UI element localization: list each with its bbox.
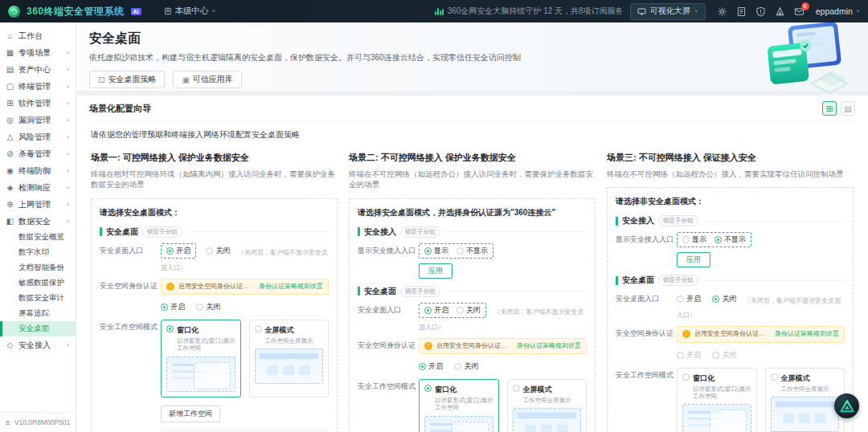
auth-off-radio[interactable]: 关闭 [196,302,220,312]
sidebar-item-secure-access[interactable]: ◇ 安全接入 ∨ [0,336,76,353]
secure-access-icon: ◇ [6,340,14,349]
page-header: 安全桌面 依托虚拟沙箱技术，构建与宿主机逻辑隔离的安全桌面，保护数据安全。并可与… [76,22,868,91]
brain-activity-icon [435,7,444,15]
radio-icon [457,247,464,255]
apply-button[interactable]: 应用 [419,263,452,279]
mode-window-card[interactable]: 窗口化 以弹窗形式(窗口)展示工作空间 [419,379,499,432]
radio-icon [255,325,262,332]
sidebar-item-risk[interactable]: △ 风险管理 ∨ [0,128,76,145]
subgroup-tag: 锁定子分组 [400,226,440,238]
section-accent-bar [358,227,360,236]
scenario-1-desc: 终端在相对可控网络环境（如隔离内网）接入访问业务时，需要保护业务数据安全的场景 [91,169,338,190]
auth-on-radio[interactable]: 开启 [161,302,185,312]
applib-icon: ▣ [182,75,189,84]
wizard-hint: 请依据您的管理预期和终端接入网络环境配置安全桌面策略 [89,122,855,142]
chevron-down-icon: ∨ [66,135,70,140]
sidebar-item-internet[interactable]: ⊕ 上网管理 ∨ [0,196,76,213]
fullscreen-mode-preview [771,397,840,432]
ai-triangle-icon [840,400,854,413]
radio-icon [677,295,684,303]
settings-gear-icon[interactable] [717,6,727,17]
radio-icon [714,236,722,243]
sidebar-subitem-sensitive-data[interactable]: 敏感数据保护 [0,275,76,291]
access-show-radio[interactable]: 显示 [682,234,706,245]
visual-bigscreen-button[interactable]: 可视化大屏 ∨ [630,3,706,20]
collapse-sidebar-icon[interactable]: ≡ [6,418,10,427]
sidebar-subitem-data-overview[interactable]: 数据安全概览 [0,230,76,245]
scenario-3-title: 场景三: 不可控网络接入 保证接入安全 [607,152,854,164]
subgroup-tag: 锁定子分组 [400,286,440,297]
sidebar-item-scenes[interactable]: ▦ 专项场景 ∨ [0,44,76,61]
sidebar-item-terminal[interactable]: ▢ 终端管理 ∨ [0,78,76,95]
mode-window-card[interactable]: 窗口化 以弹窗形式(窗口)展示工作空间 [161,320,241,397]
sidebar-item-antivirus[interactable]: ⊘ 杀毒管理 ∨ [0,145,76,162]
add-workspace-button[interactable]: 新增工作空间 [161,406,220,422]
sidebar-item-defense[interactable]: ◉ 终端防御 ∨ [0,162,76,179]
auth-on-radio[interactable]: 开启 [419,361,443,372]
access-hide-radio[interactable]: 不显示 [457,246,488,256]
sidebar-subitem-doc-backup[interactable]: 文档智能备份 [0,260,76,275]
radio-icon [166,247,174,255]
auth-policy-link[interactable]: 身份认证策略规则设置 [517,342,581,350]
radio-icon [424,247,432,255]
radio-icon [677,352,684,359]
mode-fullscreen-card[interactable]: 全屏模式 工作空间全屏展示 [249,320,330,397]
sidebar-subitem-watermark[interactable]: 数字水印 [0,245,76,260]
shield-security-icon[interactable] [755,6,766,17]
entry-on-radio[interactable]: 开启 [677,294,701,304]
scenario-3-column: 场景三: 不可控网络接入 保证接入安全 终端在不可控网络（如远程办公）接入，需要… [607,147,854,432]
sidebar: ⌂ 工作台 ▦ 专项场景 ∨ ▤ 资产中心 ∨ ▢ 终端管理 ∨ ⊞ 软件管理 … [0,22,76,432]
data-security-icon: ◧ [6,217,14,226]
scenario-1-panel: 请选择安全桌面模式： 安全桌面 锁定子分组 安全桌面入口 [91,198,338,432]
sidebar-item-assets[interactable]: ▤ 资产中心 ∨ [0,61,76,78]
user-menu[interactable]: eppadmin ∨ [816,6,860,16]
entry-off-radio[interactable]: 关闭 [457,305,481,316]
sidebar-item-vulnerability[interactable]: ◎ 漏洞管理 ∨ [0,112,76,128]
chevron-down-icon: ∨ [66,118,70,123]
scenario-3-panel: 请选择非安全桌面模式： 安全接入 锁定子分组 显示安全接入入口 [607,187,854,432]
mode-fullscreen-card[interactable]: 全屏模式 工作空间全屏展示 [507,379,588,432]
subgroup-tag: 锁定子分组 [658,215,698,226]
sidebar-subitem-screen-trace[interactable]: 屏幕追踪 [0,306,76,321]
entry-off-radio[interactable]: 关闭 [206,246,230,256]
sidebar-subitem-secure-desktop[interactable]: 安全桌面 [0,321,76,336]
assets-icon: ▤ [6,65,14,74]
desktop-policy-button[interactable]: ⊡ 安全桌面策略 [89,71,165,88]
auth-warning: ! 启用安全空间身份认证时，请先设置身份认证策略规则，否则终端将无法认证 身份认… [419,338,587,354]
center-menu[interactable]: 本级中心 ∨ [164,6,216,17]
auth-warning: ! 启用安全空间身份认证时，请先设置身份认证策略规则，否则终端将无法认证 身份认… [161,279,329,295]
auth-policy-link[interactable]: 身份认证策略规则设置 [259,283,323,291]
sidebar-nav: ⌂ 工作台 ▦ 专项场景 ∨ ▤ 资产中心 ∨ ▢ 终端管理 ∨ ⊞ 软件管理 … [0,22,76,412]
sidebar-footer: ≡ V10.0R8M00P501 [0,412,76,432]
sidebar-item-software[interactable]: ⊞ 软件管理 ∨ [0,95,76,112]
mode-window-card[interactable]: 窗口化 以弹窗形式(窗口)展示工作空间 [677,368,757,432]
trusted-applib-button[interactable]: ▣ 可信应用库 [173,71,241,88]
mode-fullscreen-card[interactable]: 全屏模式 工作空间全屏展示 [765,368,845,432]
access-hide-radio[interactable]: 不显示 [714,234,746,245]
auth-on-radio[interactable]: 开启 [677,350,701,361]
document-log-icon[interactable] [736,6,747,17]
user-agent-icon[interactable] [775,6,785,17]
auth-off-radio[interactable]: 关闭 [712,350,736,361]
sidebar-item-workbench[interactable]: ⌂ 工作台 [0,27,76,44]
sidebar-item-detection[interactable]: ◈ 检测响应 ∨ [0,179,76,196]
entry-off-radio[interactable]: 关闭 [712,294,736,304]
auth-policy-link[interactable]: 身份认证策略规则设置 [775,330,839,338]
entry-on-radio[interactable]: 开启 [166,246,190,256]
section-accent-bar [616,217,618,226]
entry-on-radio[interactable]: 开启 [424,305,448,316]
radio-icon [712,295,719,303]
page-title: 安全桌面 [89,31,855,47]
list-view-toggle[interactable]: ▤ [841,101,855,116]
mail-icon[interactable]: 6 [794,6,805,17]
grid-view-icon: ⊞ [826,104,833,113]
center-menu-label: 本级中心 [175,6,209,17]
ai-assistant-button[interactable] [834,393,859,418]
sidebar-subitem-data-audit[interactable]: 数据安全审计 [0,291,76,306]
grid-view-toggle[interactable]: ⊞ [822,101,837,116]
apply-button[interactable]: 应用 [677,252,710,267]
access-show-radio[interactable]: 显示 [424,246,448,256]
chevron-down-icon: ∨ [66,185,70,190]
auth-off-radio[interactable]: 关闭 [454,361,478,372]
sidebar-item-data-security[interactable]: ◧ 数据安全 ∧ [0,213,76,230]
